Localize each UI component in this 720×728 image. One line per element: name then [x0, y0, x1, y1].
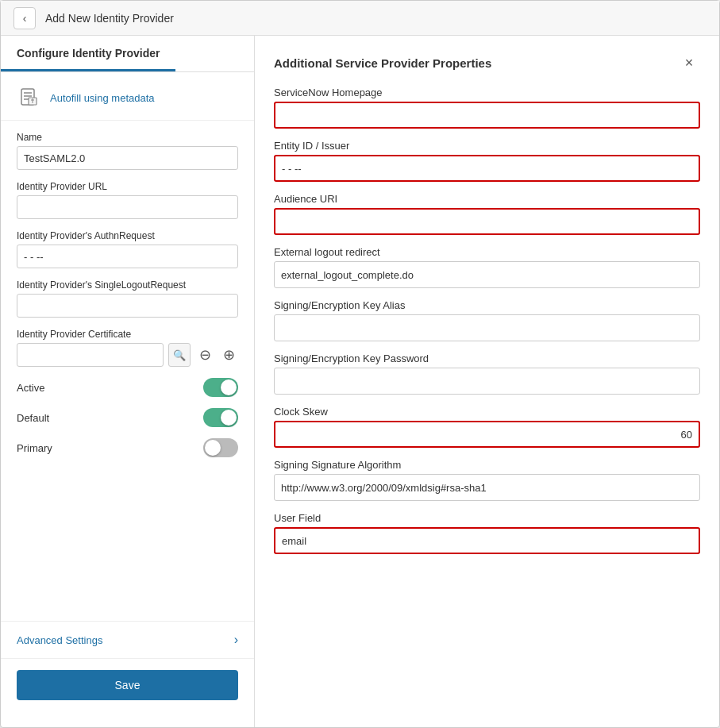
certificate-search-button[interactable]: 🔍	[168, 343, 191, 367]
default-toggle-slider	[203, 408, 238, 427]
name-input[interactable]	[17, 146, 238, 170]
certificate-remove-button[interactable]: ⊖	[195, 345, 214, 364]
entity-id-input[interactable]	[274, 155, 700, 182]
certificate-label: Identity Provider Certificate	[17, 329, 238, 340]
logout-redirect-label: External logout redirect	[274, 246, 700, 258]
user-field-field-group: User Field	[274, 512, 700, 554]
single-logout-label: Identity Provider's SingleLogoutRequest	[17, 279, 238, 291]
idp-url-label: Identity Provider URL	[17, 181, 238, 192]
idp-url-input[interactable]	[17, 195, 238, 219]
single-logout-input[interactable]	[17, 294, 238, 318]
modal-container: ‹ Add New Identity Provider Configure Id…	[0, 0, 720, 728]
left-panel: Configure Identity Provider Autofill us	[1, 36, 255, 727]
active-toggle-slider	[203, 378, 238, 397]
homepage-input[interactable]	[274, 102, 700, 129]
primary-toggle-slider	[203, 438, 238, 457]
single-logout-field-group: Identity Provider's SingleLogoutRequest	[17, 279, 238, 318]
audience-uri-field-group: Audience URI	[274, 193, 700, 235]
save-button-row: Save	[1, 658, 254, 711]
modal-header: ‹ Add New Identity Provider	[1, 1, 719, 36]
clock-skew-label: Clock Skew	[274, 406, 700, 418]
clock-skew-input[interactable]	[274, 421, 700, 448]
audience-uri-input[interactable]	[274, 208, 700, 235]
homepage-field-group: ServiceNow Homepage	[274, 87, 700, 129]
key-alias-input[interactable]	[274, 314, 700, 341]
primary-toggle[interactable]	[203, 438, 238, 457]
minus-circle-icon: ⊖	[199, 346, 211, 364]
entity-id-label: Entity ID / Issuer	[274, 140, 700, 152]
entity-id-field-group: Entity ID / Issuer	[274, 140, 700, 182]
tab-bar: Configure Identity Provider	[1, 36, 254, 72]
autofill-icon	[17, 85, 42, 110]
clock-skew-field-group: Clock Skew	[274, 406, 700, 448]
advanced-settings-link[interactable]: Advanced Settings ›	[1, 621, 254, 658]
key-alias-field-group: Signing/Encryption Key Alias	[274, 299, 700, 341]
search-icon: 🔍	[173, 349, 186, 361]
modal-title: Add New Identity Provider	[45, 12, 174, 25]
signing-algorithm-label: Signing Signature Algorithm	[274, 459, 700, 471]
homepage-label: ServiceNow Homepage	[274, 87, 700, 98]
default-toggle-row: Default	[17, 408, 238, 427]
back-icon: ‹	[23, 12, 27, 25]
key-alias-label: Signing/Encryption Key Alias	[274, 299, 700, 311]
user-field-input[interactable]	[274, 527, 700, 554]
certificate-field-group: Identity Provider Certificate 🔍 ⊖ ⊕	[17, 329, 238, 367]
certificate-add-button[interactable]: ⊕	[219, 345, 238, 364]
name-field-group: Name	[17, 132, 238, 170]
primary-toggle-row: Primary	[17, 438, 238, 457]
certificate-input[interactable]	[17, 343, 164, 367]
right-panel-header: Additional Service Provider Properties ×	[274, 52, 700, 74]
user-field-label: User Field	[274, 512, 700, 524]
primary-label: Primary	[17, 442, 52, 454]
signing-algorithm-input[interactable]	[274, 474, 700, 501]
modal-body: Configure Identity Provider Autofill us	[1, 36, 719, 727]
audience-uri-label: Audience URI	[274, 193, 700, 205]
right-panel-title: Additional Service Provider Properties	[274, 56, 491, 70]
authn-request-label: Identity Provider's AuthnRequest	[17, 230, 238, 241]
close-button[interactable]: ×	[678, 52, 700, 74]
default-toggle[interactable]	[203, 408, 238, 427]
key-password-label: Signing/Encryption Key Password	[274, 352, 700, 364]
logout-redirect-input[interactable]	[274, 261, 700, 288]
configure-tab[interactable]: Configure Identity Provider	[1, 36, 175, 71]
certificate-row: 🔍 ⊖ ⊕	[17, 343, 238, 367]
plus-circle-icon: ⊕	[223, 346, 235, 364]
logout-redirect-field-group: External logout redirect	[274, 246, 700, 288]
back-button[interactable]: ‹	[13, 7, 36, 29]
left-form: Name Identity Provider URL Identity Prov…	[1, 121, 254, 621]
advanced-settings-label: Advanced Settings	[17, 634, 102, 646]
authn-request-field-group: Identity Provider's AuthnRequest	[17, 230, 238, 268]
chevron-right-icon: ›	[234, 633, 238, 647]
authn-request-input[interactable]	[17, 245, 238, 268]
default-label: Default	[17, 412, 49, 424]
right-panel: Additional Service Provider Properties ×…	[255, 36, 719, 727]
autofill-row: Autofill using metadata	[1, 72, 254, 121]
idp-url-field-group: Identity Provider URL	[17, 181, 238, 219]
name-label: Name	[17, 132, 238, 143]
save-button[interactable]: Save	[17, 670, 238, 700]
active-toggle-row: Active	[17, 378, 238, 397]
active-label: Active	[17, 382, 44, 394]
active-toggle[interactable]	[203, 378, 238, 397]
key-password-field-group: Signing/Encryption Key Password	[274, 352, 700, 395]
autofill-label[interactable]: Autofill using metadata	[50, 92, 155, 104]
key-password-input[interactable]	[274, 368, 700, 395]
signing-algorithm-field-group: Signing Signature Algorithm	[274, 459, 700, 501]
